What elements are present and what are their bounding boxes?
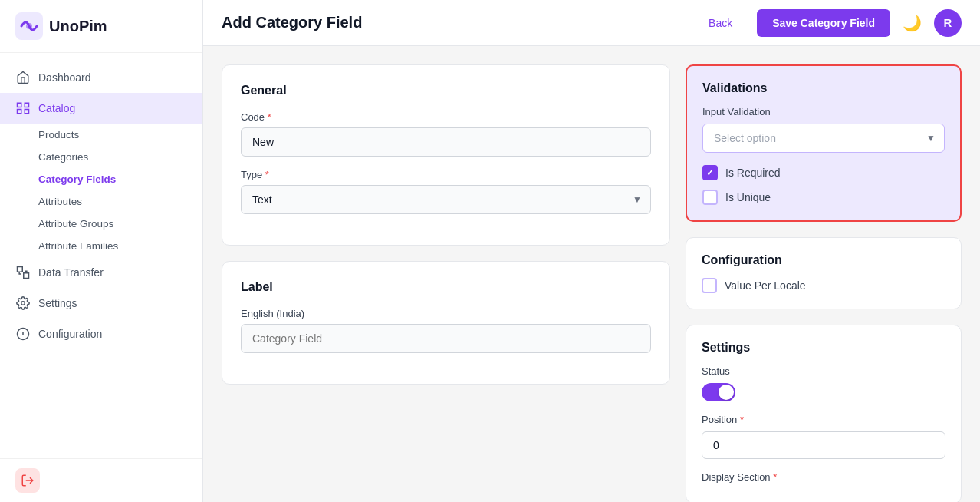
type-field: Type * Text Textarea Number Boolean Date… (241, 169, 651, 214)
status-toggle[interactable] (702, 383, 735, 401)
topbar: Add Category Field Back Save Category Fi… (203, 0, 980, 46)
is-required-checkbox-item[interactable]: Is Required (702, 165, 945, 180)
sidebar: UnoPim Dashboard Catalog Products Catego… (0, 0, 203, 502)
theme-toggle-icon[interactable]: 🌙 (903, 14, 922, 32)
sidebar-item-label: Settings (38, 297, 77, 309)
catalog-icon (15, 101, 31, 116)
bottom-icon[interactable] (15, 468, 40, 493)
svg-rect-3 (25, 103, 28, 107)
sidebar-item-attribute-families[interactable]: Attribute Families (0, 235, 202, 257)
is-unique-label: Is Unique (725, 191, 771, 203)
svg-rect-7 (24, 273, 29, 279)
sidebar-item-label: Dashboard (38, 71, 91, 84)
logo[interactable]: UnoPim (0, 0, 202, 53)
code-label: Code * (241, 111, 651, 123)
validation-select-wrapper: Select option Numeric Email URL ▼ (702, 124, 945, 153)
svg-rect-2 (18, 103, 21, 107)
sidebar-item-data-transfer[interactable]: Data Transfer (0, 257, 202, 288)
settings-icon (15, 296, 31, 311)
page-title: Add Category Field (222, 14, 362, 31)
save-button[interactable]: Save Category Field (757, 9, 890, 37)
right-panel: Validations Input Validation Select opti… (686, 64, 962, 484)
transfer-icon (15, 265, 31, 280)
general-title: General (241, 84, 651, 97)
sidebar-item-label: Data Transfer (38, 266, 104, 279)
input-validation-label: Input Validation (702, 106, 945, 117)
sidebar-item-attributes[interactable]: Attributes (0, 190, 202, 213)
is-unique-checkbox[interactable] (702, 190, 718, 205)
configuration-card: Configuration Value Per Locale (686, 237, 962, 309)
sidebar-nav: Dashboard Catalog Products Categories Ca… (0, 53, 202, 458)
sidebar-item-category-fields[interactable]: Category Fields (0, 168, 202, 190)
sidebar-item-products[interactable]: Products (0, 124, 202, 146)
sidebar-item-categories[interactable]: Categories (0, 146, 202, 168)
is-required-checkbox[interactable] (702, 165, 718, 180)
main-content: Add Category Field Back Save Category Fi… (203, 0, 980, 502)
type-label: Type * (241, 169, 651, 180)
app-name: UnoPim (49, 18, 107, 35)
toggle-knob (719, 385, 734, 400)
left-panel: General Code * Type * Text (222, 64, 670, 484)
sidebar-item-label: Catalog (38, 102, 75, 114)
validation-checkboxes: Is Required Is Unique (702, 165, 945, 205)
status-label: Status (702, 365, 945, 377)
home-icon (15, 70, 31, 85)
sidebar-bottom (0, 458, 202, 502)
sidebar-item-dashboard[interactable]: Dashboard (0, 62, 202, 93)
topbar-right: Back Save Category Field 🌙 R (696, 9, 962, 37)
value-per-locale-checkbox[interactable] (702, 278, 717, 293)
settings-title: Settings (702, 341, 945, 355)
config-icon (15, 326, 31, 342)
back-button[interactable]: Back (696, 11, 745, 35)
avatar[interactable]: R (934, 9, 962, 37)
is-required-label: Is Required (725, 167, 781, 179)
svg-point-8 (21, 302, 25, 305)
type-select[interactable]: Text Textarea Number Boolean Date Dateti… (241, 185, 651, 214)
sidebar-item-catalog[interactable]: Catalog (0, 93, 202, 124)
settings-card: Settings Status Position * Display Secti… (686, 325, 962, 502)
type-select-wrapper: Text Textarea Number Boolean Date Dateti… (241, 185, 651, 214)
svg-rect-4 (25, 110, 28, 114)
position-label: Position * (702, 414, 945, 425)
general-card: General Code * Type * Text (222, 64, 670, 246)
sidebar-item-label: Configuration (38, 328, 102, 340)
value-per-locale-label: Value Per Locale (725, 279, 806, 292)
code-field: Code * (241, 111, 651, 157)
svg-point-1 (26, 23, 32, 29)
display-section-label: Display Section * (702, 471, 945, 483)
is-unique-checkbox-item[interactable]: Is Unique (702, 190, 945, 205)
svg-rect-5 (18, 110, 21, 114)
configuration-title: Configuration (702, 253, 945, 267)
position-field: Position * (702, 414, 945, 459)
validations-title: Validations (702, 81, 945, 95)
position-input[interactable] (702, 431, 945, 459)
validations-card: Validations Input Validation Select opti… (686, 64, 962, 222)
value-per-locale-item[interactable]: Value Per Locale (702, 278, 945, 293)
sidebar-item-settings[interactable]: Settings (0, 288, 202, 319)
label-title: Label (241, 280, 651, 294)
sidebar-item-attribute-groups[interactable]: Attribute Groups (0, 213, 202, 235)
label-input[interactable] (241, 324, 651, 353)
lang-label: English (India) (241, 308, 651, 319)
sidebar-item-configuration[interactable]: Configuration (0, 319, 202, 349)
label-card: Label English (India) (222, 261, 670, 385)
label-lang-group: English (India) (241, 308, 651, 353)
code-input[interactable] (241, 127, 651, 157)
svg-rect-6 (18, 267, 23, 272)
status-toggle-wrapper (702, 383, 945, 401)
content-area: General Code * Type * Text (203, 46, 980, 502)
validation-select[interactable]: Select option Numeric Email URL (702, 124, 945, 153)
